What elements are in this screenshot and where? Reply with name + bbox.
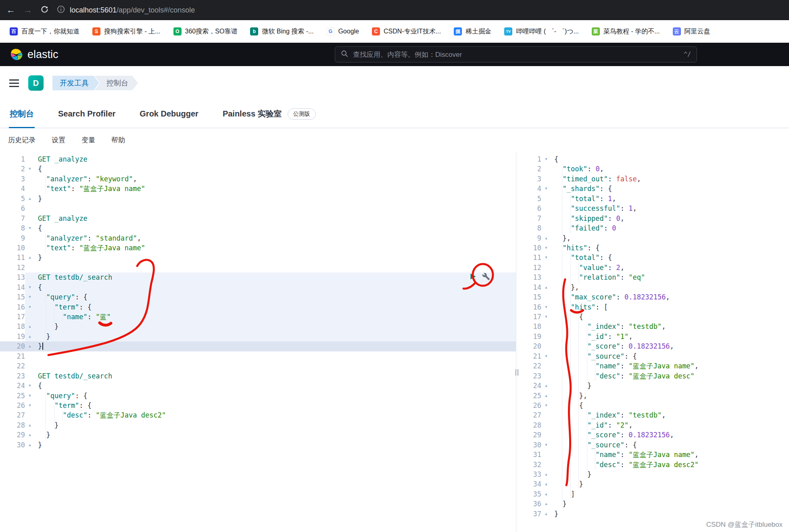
- code-line[interactable]: 5▴}: [0, 194, 516, 204]
- fold-toggle-icon[interactable]: ▴: [541, 233, 551, 243]
- code-line[interactable]: 26▾"term": {: [0, 401, 516, 410]
- code-line[interactable]: 10▾"hits": {: [516, 243, 789, 253]
- send-request-button[interactable]: [468, 272, 477, 281]
- code-line[interactable]: 30▴}: [0, 440, 516, 450]
- pane-resize-handle[interactable]: [512, 367, 520, 378]
- code-line[interactable]: 21▾"_source": {: [516, 351, 789, 361]
- code-line[interactable]: 7GET _analyze: [0, 214, 516, 223]
- code-line[interactable]: 9"analyzer": "standard",: [0, 233, 516, 243]
- bookmark-item[interactable]: 百百度一下，你就知道: [10, 27, 79, 36]
- bookmark-item[interactable]: 菜菜鸟教程 - 学的不...: [592, 27, 660, 36]
- variables-button[interactable]: 变量: [81, 135, 95, 145]
- code-line[interactable]: 4▾"_shards": {: [516, 184, 789, 193]
- code-line[interactable]: 2▾{: [0, 164, 516, 174]
- code-line[interactable]: 18▴}: [0, 322, 516, 331]
- bookmark-item[interactable]: O360搜索，SO靠谱: [173, 27, 238, 36]
- fold-toggle-icon[interactable]: ▴: [25, 341, 35, 351]
- code-line[interactable]: 35▴]: [516, 489, 789, 499]
- code-line[interactable]: 12: [0, 263, 516, 272]
- code-line[interactable]: 32"desc": "蓝盒子Java desc2": [516, 460, 789, 470]
- fold-toggle-icon[interactable]: ▴: [541, 391, 551, 401]
- fold-toggle-icon[interactable]: ▴: [541, 381, 551, 391]
- fold-toggle-icon[interactable]: ▾: [25, 164, 35, 174]
- tab-grok-debugger[interactable]: Grok Debugger: [136, 100, 202, 128]
- code-line[interactable]: 12"value": 2,: [516, 263, 789, 272]
- fold-toggle-icon[interactable]: ▴: [541, 499, 551, 509]
- fold-toggle-icon[interactable]: ▾: [25, 401, 35, 410]
- url-bar[interactable]: localhost:5601/app/dev_tools#/console: [57, 5, 195, 15]
- tab-search-profiler[interactable]: Search Profiler: [55, 100, 119, 128]
- fold-toggle-icon[interactable]: ▴: [541, 489, 551, 499]
- fold-toggle-icon[interactable]: ▾: [25, 223, 35, 233]
- code-line[interactable]: 8▾{: [0, 223, 516, 233]
- fold-toggle-icon[interactable]: ▾: [541, 184, 551, 193]
- space-avatar[interactable]: D: [28, 75, 44, 91]
- code-line[interactable]: 29"_score": 0.18232156,: [516, 430, 789, 440]
- code-line[interactable]: 3"timed_out": false,: [516, 174, 789, 184]
- code-line[interactable]: 22"name": "蓝盒子Java name",: [516, 361, 789, 371]
- fold-toggle-icon[interactable]: ▴: [25, 440, 35, 450]
- fold-toggle-icon[interactable]: ▴: [541, 470, 551, 479]
- fold-toggle-icon[interactable]: ▾: [541, 440, 551, 450]
- fold-toggle-icon[interactable]: ▴: [25, 253, 35, 262]
- code-line[interactable]: 25▾"query": {: [0, 391, 516, 401]
- menu-icon[interactable]: [9, 78, 19, 88]
- reload-icon[interactable]: [40, 5, 49, 15]
- code-line[interactable]: 11▴}: [0, 253, 516, 262]
- code-line[interactable]: 9▴},: [516, 233, 789, 243]
- code-line[interactable]: 36▴}: [516, 499, 789, 509]
- code-line[interactable]: 19"_id": "1",: [516, 332, 789, 341]
- fold-toggle-icon[interactable]: ▾: [25, 292, 35, 302]
- code-line[interactable]: 19▴}: [0, 332, 516, 341]
- fold-toggle-icon[interactable]: ▾: [25, 283, 35, 292]
- code-line[interactable]: 4"text": "蓝盒子Java name": [0, 184, 516, 193]
- fold-toggle-icon[interactable]: ▴: [25, 430, 35, 440]
- fold-toggle-icon[interactable]: ▴: [25, 322, 35, 331]
- code-line[interactable]: 6"successful": 1,: [516, 204, 789, 213]
- back-icon[interactable]: ←: [6, 6, 15, 15]
- code-line[interactable]: 17"name": "蓝": [0, 312, 516, 322]
- fold-toggle-icon[interactable]: ▾: [541, 401, 551, 410]
- bookmark-item[interactable]: CCSDN-专业IT技术...: [372, 27, 441, 36]
- code-line[interactable]: 16▾"term": {: [0, 302, 516, 312]
- code-line[interactable]: 3"analyzer": "keyword",: [0, 174, 516, 184]
- fold-toggle-icon[interactable]: ▴: [541, 283, 551, 292]
- history-button[interactable]: 历史记录: [8, 135, 35, 145]
- code-line[interactable]: 16▾"hits": [: [516, 302, 789, 312]
- code-line[interactable]: 24▾{: [0, 381, 516, 391]
- code-line[interactable]: 37▴}: [516, 509, 789, 519]
- code-line[interactable]: 17▾{: [516, 312, 789, 322]
- code-line[interactable]: 20"_score": 0.18232156,: [516, 341, 789, 351]
- fold-toggle-icon[interactable]: ▾: [25, 381, 35, 391]
- code-line[interactable]: 7"skipped": 0,: [516, 214, 789, 223]
- code-line[interactable]: 11▾"total": {: [516, 253, 789, 262]
- bookmark-item[interactable]: 云阿里云盘: [673, 27, 710, 36]
- forward-icon[interactable]: →: [23, 6, 32, 15]
- bookmark-item[interactable]: 掘稀土掘金: [454, 27, 491, 36]
- fold-toggle-icon[interactable]: ▴: [25, 332, 35, 341]
- fold-toggle-icon[interactable]: ▾: [25, 302, 35, 312]
- fold-toggle-icon[interactable]: ▾: [541, 312, 551, 322]
- code-line[interactable]: 18"_index": "testdb",: [516, 322, 789, 331]
- request-editor[interactable]: 1GET _analyze2▾{3"analyzer": "keyword",4…: [0, 152, 516, 532]
- response-viewer[interactable]: 1▾{2"took": 0,3"timed_out": false,4▾"_sh…: [516, 152, 789, 532]
- code-line[interactable]: 14▾{: [0, 283, 516, 292]
- code-line[interactable]: 31"name": "蓝盒子Java name",: [516, 450, 789, 459]
- code-line[interactable]: 6: [0, 204, 516, 213]
- fold-toggle-icon[interactable]: ▾: [541, 302, 551, 312]
- code-line[interactable]: 20▴}: [0, 341, 516, 351]
- code-line[interactable]: 1▾{: [516, 154, 789, 164]
- code-line[interactable]: 30▾"_source": {: [516, 440, 789, 450]
- fold-toggle-icon[interactable]: ▾: [541, 253, 551, 262]
- settings-button[interactable]: 设置: [52, 135, 65, 145]
- bookmark-item[interactable]: GGoogle: [326, 27, 359, 35]
- breadcrumb-dev-tools[interactable]: 开发工具: [52, 76, 99, 90]
- code-line[interactable]: 21: [0, 351, 516, 361]
- code-line[interactable]: 34▴}: [516, 479, 789, 489]
- site-info-icon[interactable]: [57, 5, 65, 15]
- fold-toggle-icon[interactable]: ▴: [541, 509, 551, 519]
- elastic-logo[interactable]: elastic: [10, 48, 58, 61]
- help-button[interactable]: 帮助: [111, 135, 125, 145]
- code-line[interactable]: 24▴}: [516, 381, 789, 391]
- code-line[interactable]: 15"max_score": 0.18232156,: [516, 292, 789, 302]
